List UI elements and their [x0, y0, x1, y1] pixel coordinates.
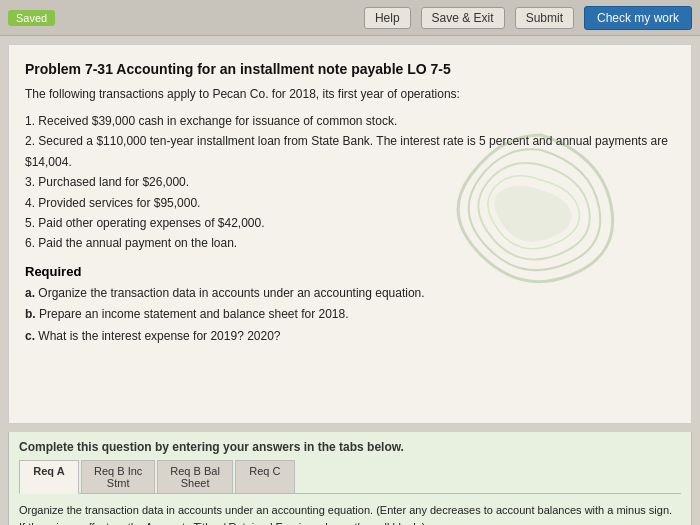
- required-section: Required a. Organize the transaction dat…: [25, 264, 675, 348]
- tabs-section: Complete this question by entering your …: [8, 432, 692, 525]
- required-title: Required: [25, 264, 675, 279]
- complete-label: Complete this question by entering your …: [19, 440, 681, 454]
- tab-req-b-inc[interactable]: Req B IncStmt: [81, 460, 155, 493]
- transaction-1: 1. Received $39,000 cash in exchange for…: [25, 111, 675, 131]
- tab-req-b-bal[interactable]: Req B BalSheet: [157, 460, 233, 493]
- transaction-4: 4. Provided services for $95,000.: [25, 193, 675, 213]
- check-my-work-button[interactable]: Check my work: [584, 6, 692, 30]
- transaction-2: 2. Secured a $110,000 ten-year installme…: [25, 131, 675, 172]
- problem-title: Problem 7-31 Accounting for an installme…: [25, 61, 675, 77]
- main-content: Problem 7-31 Accounting for an installme…: [8, 44, 692, 424]
- transaction-3: 3. Purchased land for $26,000.: [25, 172, 675, 192]
- submit-button[interactable]: Submit: [515, 7, 574, 29]
- transactions-list: 1. Received $39,000 cash in exchange for…: [25, 111, 675, 254]
- required-item-b: b. Prepare an income statement and balan…: [25, 304, 675, 326]
- tabs-row: Req A Req B IncStmt Req B BalSheet Req C: [19, 460, 681, 494]
- transaction-5: 5. Paid other operating expenses of $42,…: [25, 213, 675, 233]
- tab-req-a[interactable]: Req A: [19, 460, 79, 494]
- required-item-a: a. Organize the transaction data in acco…: [25, 283, 675, 305]
- transaction-6: 6. Paid the annual payment on the loan.: [25, 233, 675, 253]
- problem-intro: The following transactions apply to Peca…: [25, 87, 675, 101]
- help-button[interactable]: Help: [364, 7, 411, 29]
- required-items: a. Organize the transaction data in acco…: [25, 283, 675, 348]
- tab-instruction: Organize the transaction data in account…: [19, 502, 681, 525]
- saved-badge: Saved: [8, 10, 55, 26]
- required-item-c: c. What is the interest expense for 2019…: [25, 326, 675, 348]
- save-exit-button[interactable]: Save & Exit: [421, 7, 505, 29]
- tab-req-c[interactable]: Req C: [235, 460, 295, 493]
